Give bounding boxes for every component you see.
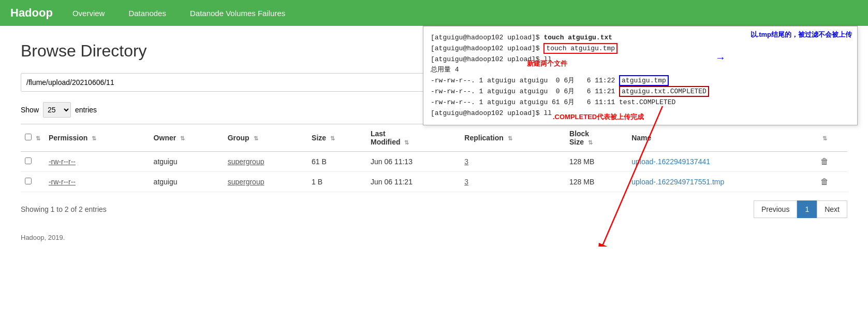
row1-block-size: 128 MB [565,152,627,172]
term-line-6: -rw-rw-r--. 1 atguigu atguigu 0 6月 6 11:… [431,87,850,97]
header-size: Size ⇅ [307,124,366,152]
row2-name-link[interactable]: upload-.1622949717551.tmp [631,178,724,186]
term-line-2: [atguigu@hadoop102 upload]$ touch atguig… [431,44,850,54]
annotation-tmp-filter: 以.tmp结尾的，被过滤不会被上传 [751,30,852,40]
row1-owner: atguigu [150,152,224,172]
next-button[interactable]: Next [817,200,847,218]
header-block-size: BlockSize ⇅ [565,124,627,152]
header-last-modified: LastModified ⇅ [366,124,460,152]
pagination-area: Showing 1 to 2 of 2 entries Previous 1 N… [21,200,847,218]
header-permission: Permission ⇅ [45,124,150,152]
term-line-4: 总用量 4 [431,65,850,76]
navbar-brand: Hadoop [10,6,53,20]
select-all-checkbox[interactable] [25,134,32,140]
row2-size: 1 B [307,172,366,192]
row1-delete: 🗑 [816,152,847,172]
row1-name: upload-.1622949137441 [627,152,816,172]
nav-datanode-volumes[interactable]: Datanode Volumes Failures [186,9,289,18]
row2-permission: -rw-r--r-- [45,172,150,192]
show-label: Show [21,106,39,114]
navbar: Hadoop Overview Datanodes Datanode Volum… [0,0,868,26]
row2-name: upload-.1622949717551.tmp [627,172,816,192]
row1-permission: -rw-r--r-- [45,152,150,172]
row1-group: supergroup [224,152,307,172]
main-content: Browse Directory Go! Show 10 25 50 100 e… [0,26,868,228]
header-actions: ⇅ [816,124,847,152]
header-checkbox: ⇅ [21,124,45,152]
footer: Hadoop, 2019. [0,228,868,247]
header-group: Group ⇅ [224,124,307,152]
term-line-5: -rw-rw-r--. 1 atguigu atguigu 0 6月 6 11:… [431,76,850,87]
row2-delete-icon[interactable]: 🗑 [820,177,829,186]
row1-last-modified: Jun 06 11:13 [366,152,460,172]
row1-delete-icon[interactable]: 🗑 [820,157,829,166]
showing-text: Showing 1 to 2 of 2 entries [21,205,107,213]
previous-button[interactable]: Previous [754,200,797,218]
page-1-button[interactable]: 1 [797,200,817,218]
nav-overview[interactable]: Overview [68,9,109,18]
nav-datanodes[interactable]: Datanodes [124,9,170,18]
term-line-7: -rw-rw-r--. 1 atguigu atguigu 61 6月 6 11… [431,97,850,108]
header-name: Name [627,124,816,152]
header-owner: Owner ⇅ [150,124,224,152]
row2-block-size: 128 MB [565,172,627,192]
row2-last-modified: Jun 06 11:21 [366,172,460,192]
row1-size: 61 B [307,152,366,172]
file-table: ⇅ Permission ⇅ Owner ⇅ Group ⇅ Size ⇅ La… [21,124,847,192]
table-row: -rw-r--r-- atguigu supergroup 1 B Jun 06… [21,172,847,192]
terminal-overlay: [atguigu@hadoop102 upload]$ touch atguig… [423,26,858,125]
row2-delete: 🗑 [816,172,847,192]
table-row: -rw-r--r-- atguigu supergroup 61 B Jun 0… [21,152,847,172]
row2-checkbox[interactable] [25,178,32,184]
row1-checkbox[interactable] [25,157,32,164]
row2-replication: 3 [460,172,565,192]
entries-label: entries [75,106,97,114]
row2-checkbox-cell [21,172,45,192]
arrow-right-icon: → [717,50,724,67]
sort-icon-0: ⇅ [36,135,40,142]
annotation-completed: .COMPLETED代表被上传完成 [553,112,644,123]
footer-text: Hadoop, 2019. [21,234,65,241]
row1-checkbox-cell [21,152,45,172]
header-replication: Replication ⇅ [460,124,565,152]
row1-name-link[interactable]: upload-.1622949137441 [631,157,710,166]
row2-owner: atguigu [150,172,224,192]
row2-group: supergroup [224,172,307,192]
annotation-new-files: 新建两个文件 [527,59,567,69]
term-line-3: [atguigu@hadoop102 upload]$ ll [431,54,850,65]
row1-replication: 3 [460,152,565,172]
show-entries: Show 10 25 50 100 entries [21,102,97,118]
pagination-buttons: Previous 1 Next [754,200,847,218]
entries-select[interactable]: 10 25 50 100 [43,102,71,118]
